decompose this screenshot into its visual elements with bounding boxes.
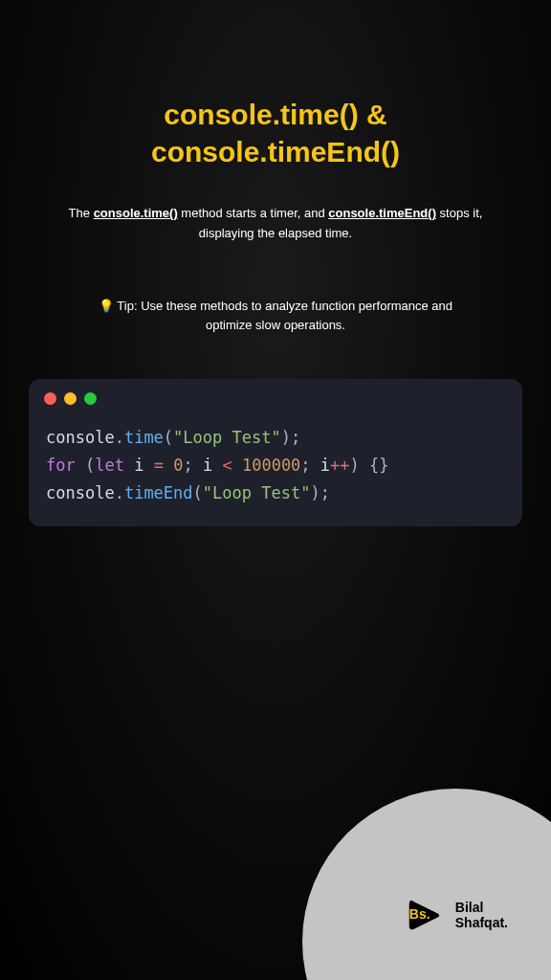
code-token: i: [134, 456, 143, 475]
window-maximize-icon: [84, 392, 97, 405]
code-token: [232, 456, 242, 475]
brand-name-line1: Bilal: [455, 901, 508, 915]
logo-text-bs: Bs.: [409, 906, 430, 922]
code-token: 0: [173, 456, 183, 475]
code-token: (: [164, 428, 173, 447]
window-minimize-icon: [64, 392, 77, 405]
brand-name-line2: Shafqat.: [455, 916, 508, 930]
code-token: for: [46, 456, 76, 475]
code-token: [124, 456, 134, 475]
code-token: <: [222, 456, 231, 475]
code-token: ): [350, 456, 360, 475]
code-token: let: [95, 456, 124, 475]
code-line-3: console.timeEnd("Loop Test");: [46, 479, 505, 507]
code-token: [193, 456, 203, 475]
code-token: console: [46, 483, 115, 502]
code-token: =: [154, 456, 164, 475]
page-title: console.time() & console.timeEnd(): [48, 96, 503, 170]
code-token: console: [46, 428, 115, 447]
code-token: ;: [320, 483, 330, 502]
code-token: ;: [291, 428, 300, 447]
code-token: ): [310, 483, 320, 502]
code-token: [360, 456, 369, 475]
tip-text: 💡 Tip: Use these methods to analyze func…: [48, 297, 503, 337]
code-token: ++: [330, 456, 349, 475]
footer-circle: [302, 789, 551, 980]
code-token: [212, 456, 222, 475]
description-mid: method starts a timer, and: [178, 206, 329, 220]
code-token: .: [115, 428, 124, 447]
code-token: ;: [183, 456, 192, 475]
code-token: [76, 456, 85, 475]
code-token: i: [203, 456, 212, 475]
code-token: (: [193, 483, 203, 502]
window-controls: [29, 379, 522, 418]
code-token: ): [281, 428, 291, 447]
code-token: [143, 456, 153, 475]
code-token: 100000: [242, 456, 300, 475]
window-close-icon: [44, 392, 56, 405]
code-content: console.time("Loop Test"); for (let i = …: [29, 418, 522, 526]
code-block: console.time("Loop Test"); for (let i = …: [29, 379, 522, 526]
code-token: time: [124, 428, 164, 447]
code-line-2: for (let i = 0; i < 100000; i++) {}: [46, 452, 505, 479]
code-token: "Loop Test": [203, 483, 311, 502]
description-prefix: The: [69, 206, 94, 220]
code-token: [311, 456, 320, 475]
description-highlight-1: console.time(): [94, 206, 178, 220]
logo-icon: Bs.: [403, 894, 446, 937]
code-token: .: [115, 483, 124, 502]
code-token: (: [85, 456, 95, 475]
code-token: timeEnd: [124, 483, 193, 502]
code-token: [164, 456, 173, 475]
code-token: "Loop Test": [173, 428, 281, 447]
code-token: {}: [369, 456, 388, 475]
code-token: i: [320, 456, 330, 475]
code-line-1: console.time("Loop Test");: [46, 424, 505, 452]
code-token: ;: [300, 456, 310, 475]
description-highlight-2: console.timeEnd(): [328, 206, 436, 220]
brand-logo: Bs. Bilal Shafqat.: [403, 894, 508, 937]
description-text: The console.time() method starts a timer…: [48, 204, 503, 244]
brand-name: Bilal Shafqat.: [455, 901, 508, 930]
